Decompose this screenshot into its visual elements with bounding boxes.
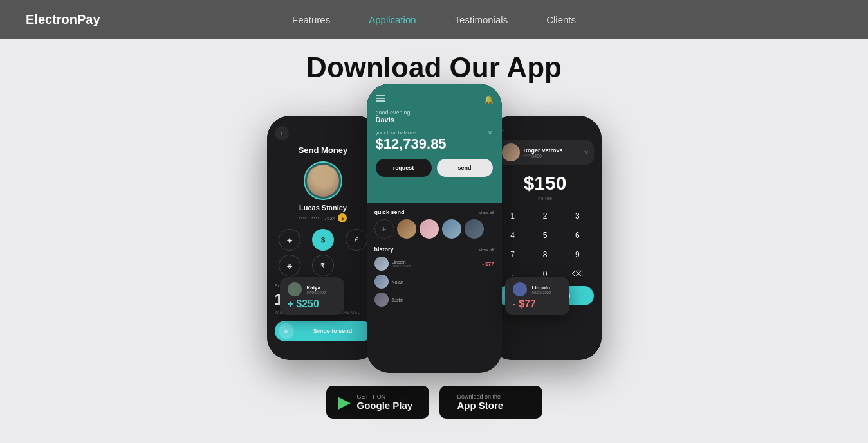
balance-label: your total balance 👁: [376, 130, 493, 136]
numpad-key-6[interactable]: 6: [568, 228, 586, 242]
numpad-key-1[interactable]: 1: [504, 209, 522, 223]
float-info-kaiya: Kaiya 07/03/2022: [307, 285, 326, 294]
navbar: ElectronPay Features Application Testimo…: [0, 0, 868, 39]
phone-center-screen: 🔔 good evening, Davis your total balance…: [367, 84, 502, 373]
hist-amount-lincoln: - $77: [482, 261, 494, 267]
page-wrapper: ElectronPay Features Application Testimo…: [0, 0, 868, 443]
center-header: 🔔 good evening, Davis your total balance…: [367, 84, 502, 203]
gold-dot: $: [338, 213, 347, 222]
currency-btn-rupee[interactable]: ₹: [312, 255, 334, 276]
eye-icon[interactable]: 👁: [488, 130, 493, 136]
page-heading: Download Our App: [306, 51, 562, 84]
quick-send-view-all[interactable]: view all: [479, 210, 494, 215]
hist-name-lincoln: Lincoln: [392, 260, 411, 264]
hist-avatar-lincoln: [374, 257, 389, 271]
hist-person-justin: Justin: [374, 293, 403, 307]
nav-link-features[interactable]: Features: [292, 14, 330, 25]
right-contact-avatar: [502, 143, 520, 161]
google-play-text: GET IT ON Google Play: [357, 393, 413, 411]
history-row-lincoln: Lincoln 03/02/2022 - $77: [374, 257, 494, 271]
phone-main-app: 🔔 good evening, Davis your total balance…: [367, 84, 502, 373]
google-play-icon: ▶: [338, 392, 351, 412]
right-back-button[interactable]: ←: [497, 125, 594, 135]
float-amount-kaiya: + $250: [288, 298, 337, 310]
numpad-key-2[interactable]: 2: [536, 209, 554, 223]
qs-avatar-4[interactable]: [465, 219, 484, 239]
history-section: Lincoln 03/02/2022 - $77 Nolan: [374, 257, 494, 307]
quick-send-title: quick send: [374, 209, 405, 215]
payment-amount: $150: [497, 172, 594, 194]
right-close-button[interactable]: ✕: [584, 149, 589, 156]
numpad: 1 2 3 4 5 6 7 8 9: [497, 209, 594, 281]
numpad-row-1: 1 2 3: [497, 209, 594, 223]
numpad-key-4[interactable]: 4: [504, 228, 522, 242]
history-row-nolan: Nolan: [374, 275, 494, 289]
add-contact-button[interactable]: +: [374, 219, 394, 239]
currency-grid: ◈ $ € ◈ ₹: [275, 229, 372, 276]
numpad-key-9[interactable]: 9: [568, 248, 586, 262]
request-button[interactable]: request: [376, 159, 432, 177]
hist-person-lincoln: Lincoln 03/02/2022: [374, 257, 411, 271]
hist-person-nolan: Nolan: [374, 275, 403, 289]
right-contact-name: Roger Vetrovs: [524, 147, 563, 154]
float-date-lincoln: 03/02/2022: [532, 291, 551, 294]
avatar-face: [307, 165, 339, 197]
history-row-justin: Justin: [374, 293, 494, 307]
greeting-text: good evening,: [376, 109, 493, 116]
hamburger-menu[interactable]: [376, 95, 385, 102]
hist-avatar-justin: [374, 293, 389, 307]
numpad-key-backspace[interactable]: ⌫: [568, 267, 586, 281]
float-avatar-kaiya: [288, 282, 302, 296]
currency-btn-dollar[interactable]: $: [312, 229, 334, 251]
app-store-button[interactable]: Download on the App Store: [439, 386, 542, 419]
phone-send-money: ‹ Send Money Lucas Stanley **** - **** -…: [267, 116, 380, 360]
float-amount-lincoln: - $77: [513, 298, 562, 310]
swipe-icon: »: [279, 323, 294, 339]
bell-icon[interactable]: 🔔: [484, 95, 493, 104]
history-header: history view all: [374, 246, 494, 253]
phone-left-screen: ‹ Send Money Lucas Stanley **** - **** -…: [267, 116, 380, 360]
hist-info-lincoln: Lincoln 03/02/2022: [392, 260, 411, 268]
right-contact-card-num: **** $490: [524, 154, 563, 158]
qs-avatar-3[interactable]: [442, 219, 461, 239]
app-store-top-text: Download on the: [457, 393, 504, 400]
app-store-main-text: App Store: [457, 400, 504, 411]
hist-name-justin: Justin: [392, 298, 403, 302]
nav-link-clients[interactable]: Clients: [546, 14, 576, 25]
app-buttons: ▶ GET IT ON Google Play Download on the …: [326, 386, 542, 419]
quick-send-row: +: [374, 219, 494, 239]
content-area: Download Our App ‹ Send Money Lucas Stan…: [0, 39, 868, 443]
float-avatar-lincoln: [513, 282, 527, 296]
numpad-key-5[interactable]: 5: [536, 228, 554, 242]
payment-fee: no fee: [497, 195, 594, 201]
float-date-kaiya: 07/03/2022: [307, 291, 326, 294]
float-card-lincoln: Lincoln 03/02/2022 - $77: [505, 277, 569, 315]
action-buttons: request send: [376, 159, 493, 177]
numpad-key-7[interactable]: 7: [504, 248, 522, 262]
numpad-key-3[interactable]: 3: [568, 209, 586, 223]
numpad-key-8[interactable]: 8: [536, 248, 554, 262]
currency-btn-diamond2[interactable]: ◈: [279, 255, 300, 276]
google-play-top-text: GET IT ON: [357, 393, 413, 400]
right-contact-card: Roger Vetrovs **** $490 ✕: [497, 140, 594, 165]
google-play-button[interactable]: ▶ GET IT ON Google Play: [326, 386, 429, 419]
hist-avatar-nolan: [374, 275, 389, 289]
swipe-label: Swipe to send: [298, 328, 368, 334]
currency-btn-diamond1[interactable]: ◈: [279, 229, 300, 251]
send-money-title: Send Money: [275, 145, 372, 155]
history-view-all[interactable]: view all: [479, 248, 494, 252]
numpad-row-2: 4 5 6: [497, 228, 594, 242]
center-body: quick send view all + history vi: [367, 203, 502, 317]
qs-avatar-1[interactable]: [397, 219, 416, 239]
nav-link-application[interactable]: Application: [369, 14, 416, 25]
phone-right-screen: ← Roger Vetrovs **** $490 ✕ $150 no fee …: [489, 116, 602, 360]
nav-link-testimonials[interactable]: Testimonials: [455, 14, 508, 25]
float-name-lincoln: Lincoln: [532, 285, 551, 291]
qs-avatar-2[interactable]: [420, 219, 439, 239]
greeting-name: Davis: [376, 116, 493, 123]
back-button[interactable]: ‹: [275, 126, 289, 140]
quick-send-header: quick send view all: [374, 209, 494, 215]
swipe-to-send-button[interactable]: » Swipe to send: [275, 321, 372, 341]
currency-btn-euro[interactable]: €: [346, 229, 367, 251]
send-button[interactable]: send: [437, 159, 493, 177]
